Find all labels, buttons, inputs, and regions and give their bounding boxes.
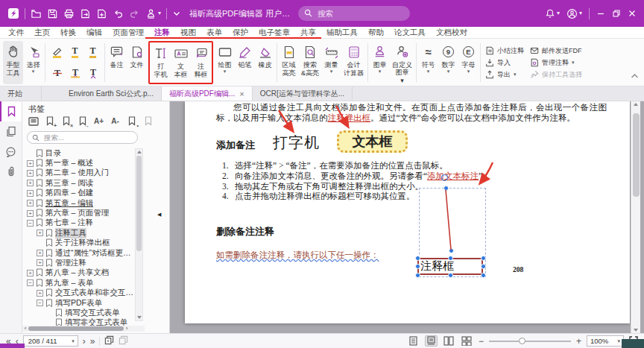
document-vertical-scrollbar[interactable]: [631, 101, 640, 333]
add-bookmark-button[interactable]: +: [44, 116, 55, 127]
zoom-in-button[interactable]: +: [576, 337, 581, 346]
add-page-button[interactable]: [96, 8, 107, 19]
single-page-view-button[interactable]: [407, 335, 420, 347]
selection-handle[interactable]: [448, 256, 453, 261]
bookmark-label[interactable]: 关于注释弹出框: [55, 238, 110, 248]
scrollbar-thumb[interactable]: [28, 326, 124, 331]
bookmark-tree-item[interactable]: +第三章 – 阅读: [24, 178, 137, 188]
bookmark-label[interactable]: 交互式表单和非交互式表单: [55, 288, 137, 298]
expand-node-icon[interactable]: +: [27, 170, 34, 177]
note-tool-button[interactable]: 备注: [107, 41, 127, 84]
squiggly-underline-tool-button[interactable]: T: [66, 42, 83, 63]
menu-tab-11[interactable]: 辅助工具: [321, 27, 363, 38]
bookmark-tree-item[interactable]: −填写PDF表单: [24, 298, 137, 308]
collapse-node-icon[interactable]: −: [27, 220, 34, 227]
menu-tab-8[interactable]: 保护: [227, 27, 253, 38]
zoom-slider[interactable]: [489, 336, 571, 347]
area-highlight-button[interactable]: 区域高亮: [279, 41, 299, 84]
page-number-input[interactable]: [27, 336, 69, 346]
selection-handle[interactable]: [415, 264, 420, 269]
strikeout-tool-button[interactable]: T: [48, 63, 66, 83]
customize-toolbar-button[interactable]: [172, 9, 181, 18]
selection-handle[interactable]: [415, 273, 420, 278]
page-field-caret-icon[interactable]: ▾: [72, 339, 75, 344]
bookmark-label[interactable]: 通过“属性”对话框更改注释外观: [55, 248, 137, 259]
panel-collapse-arrow[interactable]: ◀: [157, 212, 161, 218]
scroll-left-icon[interactable]: ‹: [22, 326, 28, 332]
squiggly-annotated-text[interactable]: 如需删除备注注释，请执行以下任一操作：: [216, 250, 379, 261]
continuous-facing-view-button[interactable]: [461, 335, 473, 347]
menu-tab-1[interactable]: 主页: [29, 27, 55, 38]
bookmark-tree-item[interactable]: +第六章 – 页面管理: [24, 208, 137, 218]
draw-tool-button[interactable]: 绘图 ▾: [215, 41, 235, 84]
save-button[interactable]: [47, 8, 58, 19]
close-tab-icon[interactable]: ×: [239, 90, 244, 98]
bookmark-tree-item[interactable]: +注释工具: [24, 228, 137, 238]
expand-node-icon[interactable]: +: [27, 180, 34, 186]
bookmark-tree-item[interactable]: +第五章 – 编辑: [24, 198, 137, 208]
symbol-tool-button[interactable]: ≈ 符号 ▾: [418, 41, 438, 84]
menu-tab-0[interactable]: 文件: [3, 27, 29, 38]
bookmark-tree-item[interactable]: +第二章 – 使用入门: [24, 168, 137, 178]
collapse-ribbon-button[interactable]: [631, 69, 639, 82]
underline-tool-button[interactable]: T: [84, 42, 101, 63]
eraser-tool-button[interactable]: 橡皮: [255, 41, 275, 84]
rotate-handle[interactable]: [441, 174, 448, 181]
menu-tab-6[interactable]: 视图: [175, 27, 201, 38]
bookmark-tree-item[interactable]: +第一章 – 概述: [24, 158, 137, 168]
facing-view-button[interactable]: [443, 335, 455, 347]
measure-tool-button[interactable]: 测量 ▾: [321, 41, 341, 84]
expand-node-icon[interactable]: +: [27, 200, 34, 206]
replace-text-tool-button[interactable]: T: [66, 63, 83, 83]
menu-tab-3[interactable]: 编辑: [81, 27, 107, 38]
menu-tab-5[interactable]: 注释: [149, 27, 175, 38]
menu-tab-7[interactable]: 表单: [201, 27, 227, 38]
selection-handle[interactable]: [415, 256, 420, 261]
menu-tab-9[interactable]: 电子签章: [253, 27, 295, 38]
pencil-tool-button[interactable]: 铅笔: [235, 41, 255, 84]
bookmark-label[interactable]: 第八章 – 共享文档: [45, 268, 109, 278]
selection-handle[interactable]: [448, 273, 453, 278]
expand-node-icon[interactable]: +: [27, 270, 34, 276]
expand-node-icon[interactable]: +: [37, 259, 43, 266]
bookmark-label[interactable]: 第七章 – 注释: [45, 218, 93, 228]
bookmark-label[interactable]: 第六章 – 页面管理: [45, 208, 109, 218]
comments-panel-button[interactable]: [0, 142, 22, 162]
zoom-slider-track[interactable]: [489, 341, 571, 342]
collapse-node-icon[interactable]: −: [37, 300, 43, 306]
scroll-down-icon[interactable]: [137, 316, 142, 319]
popup-note-link[interactable]: 注释弹出框: [328, 113, 371, 122]
expand-node-icon[interactable]: +: [37, 290, 43, 297]
bookmark-tree-item[interactable]: 关于注释弹出框: [24, 238, 137, 248]
select-tool-button[interactable]: 选择 ▾: [23, 41, 43, 84]
zoom-caret-icon[interactable]: ▾: [617, 339, 620, 344]
bookmark-search-input[interactable]: [42, 133, 133, 142]
close-window-button[interactable]: [628, 9, 637, 18]
decrease-text-size-button[interactable]: A-: [110, 116, 121, 127]
panel-options-button[interactable]: [28, 116, 39, 127]
selection-handle[interactable]: [481, 264, 486, 269]
selection-handle[interactable]: [481, 273, 486, 278]
bookmark-tree-item[interactable]: −第七章 – 注释: [24, 218, 137, 228]
bookmark-label[interactable]: 第四章 – 创建: [45, 188, 93, 198]
summarize-comments-button[interactable]: 小结注释: [485, 46, 524, 56]
letter-tool-button[interactable]: E 字母 ▾: [458, 41, 479, 84]
account-button[interactable]: ▾: [566, 8, 582, 19]
zoom-slider-knob[interactable]: [519, 338, 525, 344]
expand-node-icon[interactable]: +: [27, 160, 34, 167]
hand-tool-button[interactable]: 手型工具: [3, 41, 23, 84]
document-tab-2[interactable]: 福昕高级PDF编辑...×: [162, 86, 253, 101]
bookmark-label[interactable]: 第五章 – 编辑: [45, 198, 93, 209]
bookmark-tree-item[interactable]: +交互式表单和非交互式表单: [24, 288, 137, 297]
menu-tab-14[interactable]: 文档校对: [431, 27, 473, 38]
titlebar-search-input[interactable]: [316, 8, 404, 19]
bookmark-tree-item[interactable]: +通过“属性”对话框更改注释外观: [24, 248, 137, 258]
menu-tab-13[interactable]: 论文工具: [389, 27, 431, 38]
typewriter-annotation-text[interactable]: 打字机: [273, 133, 320, 153]
export-pdf-button[interactable]: [80, 8, 91, 19]
bookmark-label[interactable]: 管理注释: [55, 258, 86, 268]
document-tab-3[interactable]: OCR[运筹与管理科学丛...: [253, 86, 353, 101]
textbox-tool-button[interactable]: 文本框: [171, 42, 191, 83]
expand-node-icon[interactable]: +: [27, 190, 34, 197]
typewriter-tool-button[interactable]: 打字机: [151, 42, 171, 83]
